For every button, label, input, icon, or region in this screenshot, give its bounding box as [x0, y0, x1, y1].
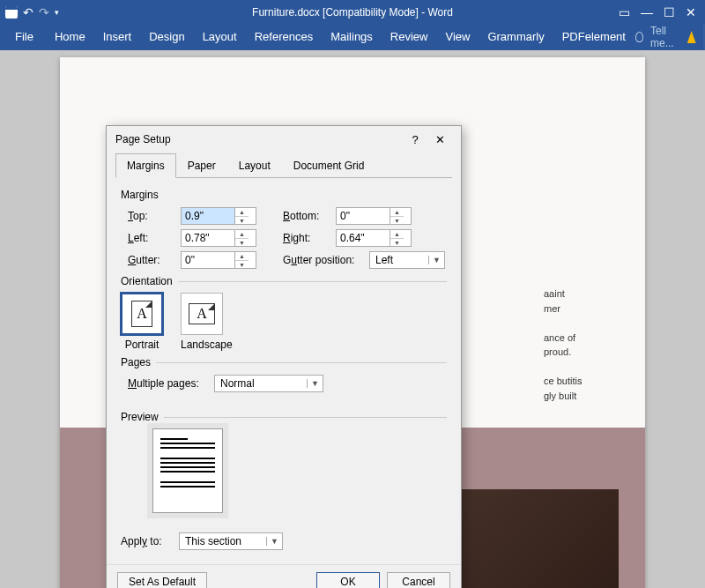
- lightbulb-icon: [635, 32, 643, 42]
- maximize-icon[interactable]: ☐: [664, 5, 675, 19]
- tab-review[interactable]: Review: [382, 24, 436, 50]
- orientation-landscape[interactable]: Landscape: [181, 293, 233, 351]
- portrait-page-icon: [131, 301, 152, 327]
- tab-design[interactable]: Design: [141, 24, 192, 50]
- close-icon[interactable]: ✕: [686, 5, 696, 19]
- spinner-up-icon[interactable]: ▲: [390, 230, 404, 239]
- qat-dropdown-icon[interactable]: ▾: [55, 8, 59, 17]
- spinner-down-icon[interactable]: ▼: [235, 261, 249, 269]
- title-bar: ↶ ↷ ▾ Furniture.docx [Compatibility Mode…: [0, 0, 705, 24]
- ok-button[interactable]: OK: [316, 572, 380, 588]
- tab-view[interactable]: View: [437, 24, 478, 50]
- left-label: Left:: [128, 232, 174, 244]
- margins-group-title: Margins: [121, 189, 447, 201]
- tab-references[interactable]: References: [247, 24, 321, 50]
- spinner-down-icon[interactable]: ▼: [390, 217, 404, 225]
- dialog-tab-paper[interactable]: Paper: [176, 153, 227, 178]
- landscape-page-icon: [189, 303, 215, 324]
- dialog-body: Margins Top: ▲▼ Bottom: ▲▼ Left: ▲▼ Righ…: [107, 178, 461, 564]
- undo-icon[interactable]: ↶: [23, 5, 33, 19]
- pages-group: Pages Multiple pages: Normal▼: [121, 356, 447, 393]
- window-controls: ▭ — ☐ ✕: [610, 5, 705, 19]
- gutter-input[interactable]: ▲▼: [181, 251, 256, 269]
- set-as-default-button[interactable]: Set As Default: [117, 572, 207, 588]
- preview-group: Preview: [121, 411, 447, 513]
- preview-thumbnail: [152, 428, 223, 513]
- landscape-label: Landscape: [181, 339, 233, 351]
- gutter-label: Gutter:: [128, 254, 174, 266]
- gutter-position-dropdown[interactable]: Left▼: [369, 251, 445, 269]
- dialog-title: Page Setup: [115, 133, 403, 145]
- top-margin-input[interactable]: ▲▼: [181, 207, 256, 225]
- tab-home[interactable]: Home: [47, 24, 93, 50]
- right-label: Right:: [283, 232, 329, 244]
- tab-pdfelement[interactable]: PDFelement: [554, 24, 634, 50]
- warning-icon[interactable]: [687, 31, 696, 43]
- preview-group-title: Preview: [121, 411, 447, 423]
- dialog-tab-layout[interactable]: Layout: [227, 153, 282, 178]
- right-margin-input[interactable]: ▲▼: [336, 229, 412, 247]
- redo-icon[interactable]: ↷: [39, 5, 49, 19]
- bottom-label: Bottom:: [283, 210, 329, 222]
- spinner-up-icon[interactable]: ▲: [390, 208, 404, 217]
- top-label: Top:: [128, 210, 174, 222]
- spinner-up-icon[interactable]: ▲: [235, 208, 249, 217]
- gutter-position-label: Gutter position:: [283, 254, 362, 266]
- cancel-button[interactable]: Cancel: [387, 572, 450, 588]
- ribbon-options-icon[interactable]: ▭: [619, 5, 630, 19]
- page-setup-dialog: Page Setup ? ✕ Margins Paper Layout Docu…: [106, 125, 462, 588]
- orientation-group: Orientation Portrait Landscape: [121, 275, 447, 351]
- apply-to-label: Apply to:: [121, 535, 172, 547]
- dialog-tab-margins[interactable]: Margins: [115, 153, 176, 178]
- pages-group-title: Pages: [121, 356, 447, 368]
- spinner-down-icon[interactable]: ▼: [235, 239, 249, 247]
- apply-to-dropdown[interactable]: This section▼: [179, 532, 283, 550]
- tab-insert[interactable]: Insert: [95, 24, 140, 50]
- document-body-text: aaint mer ance of proud. ce butitis gly …: [544, 287, 632, 403]
- chevron-down-icon[interactable]: ▼: [428, 256, 444, 264]
- dialog-tab-document-grid[interactable]: Document Grid: [282, 153, 376, 178]
- dialog-tabs: Margins Paper Layout Document Grid: [115, 153, 452, 178]
- apply-to-row: Apply to: This section▼: [121, 532, 447, 551]
- tab-grammarly[interactable]: Grammarly: [479, 24, 552, 50]
- chevron-down-icon[interactable]: ▼: [266, 537, 282, 546]
- spinner-down-icon[interactable]: ▼: [390, 239, 404, 247]
- help-button[interactable]: ?: [403, 133, 427, 146]
- bottom-margin-input[interactable]: ▲▼: [336, 207, 412, 225]
- chevron-down-icon[interactable]: ▼: [307, 379, 323, 388]
- window-title: Furniture.docx [Compatibility Mode] - Wo…: [252, 6, 453, 19]
- left-margin-input[interactable]: ▲▼: [181, 229, 256, 247]
- spinner-up-icon[interactable]: ▲: [235, 252, 249, 261]
- spinner-down-icon[interactable]: ▼: [235, 217, 249, 225]
- tab-mailings[interactable]: Mailings: [323, 24, 381, 50]
- orientation-portrait[interactable]: Portrait: [121, 293, 163, 351]
- save-icon[interactable]: [5, 6, 18, 19]
- document-area: aaint mer ance of proud. ce butitis gly …: [0, 50, 705, 588]
- margins-group: Margins Top: ▲▼ Bottom: ▲▼ Left: ▲▼ Righ…: [121, 189, 447, 270]
- dialog-close-button[interactable]: ✕: [427, 133, 452, 146]
- orientation-group-title: Orientation: [121, 275, 447, 287]
- minimize-icon[interactable]: —: [641, 5, 653, 19]
- multiple-pages-dropdown[interactable]: Normal▼: [214, 375, 323, 392]
- tab-layout[interactable]: Layout: [195, 24, 245, 50]
- portrait-label: Portrait: [121, 339, 163, 351]
- spinner-up-icon[interactable]: ▲: [235, 230, 249, 239]
- dialog-footer: Set As Default OK Cancel: [107, 564, 461, 588]
- quick-access-toolbar: ↶ ↷ ▾: [0, 5, 64, 19]
- multiple-pages-label: Multiple pages:: [128, 377, 207, 390]
- ribbon: File Home Insert Design Layout Reference…: [0, 24, 705, 50]
- tab-file[interactable]: File: [7, 24, 41, 50]
- tell-me-search[interactable]: Tell me...: [650, 25, 680, 49]
- dialog-titlebar: Page Setup ? ✕: [107, 126, 461, 153]
